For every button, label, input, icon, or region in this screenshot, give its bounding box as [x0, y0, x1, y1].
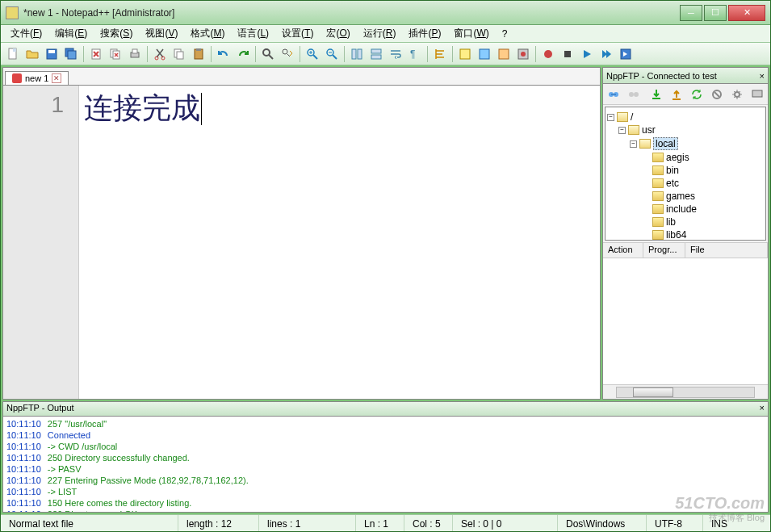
tab-close-icon[interactable]: ✕ [52, 73, 61, 83]
tree-label: aegis [666, 152, 689, 163]
col-action[interactable]: Action [603, 243, 643, 258]
menu-o[interactable]: 宏(O) [320, 25, 356, 42]
svg-rect-40 [752, 90, 762, 97]
zoom-out-button[interactable] [323, 45, 341, 63]
maximize-button[interactable]: ☐ [704, 5, 727, 21]
tree-label: / [631, 111, 633, 123]
editor-body[interactable]: 1 连接完成 [3, 86, 600, 399]
output-body[interactable]: 10:11:10257 "/usr/local"10:11:10Connecte… [3, 417, 768, 512]
text-area[interactable]: 连接完成 [79, 86, 600, 399]
folder-icon [652, 230, 664, 240]
menu-m[interactable]: 格式(M) [184, 25, 231, 42]
menu-f[interactable]: 文件(F) [4, 25, 48, 42]
tree-node[interactable]: games [607, 190, 764, 203]
ftp-messages-button[interactable] [748, 86, 766, 103]
save-macro-button[interactable] [617, 45, 635, 63]
col-progress[interactable]: Progr... [643, 243, 685, 258]
ftp-disconnect-button[interactable] [625, 86, 643, 103]
indent-guide-button[interactable] [431, 45, 449, 63]
close-file-button[interactable] [87, 45, 105, 63]
tree-node[interactable]: include [607, 203, 764, 216]
output-close-icon[interactable]: × [760, 403, 765, 415]
ftp-upload-button[interactable] [668, 86, 685, 103]
menu-p[interactable]: 插件(P) [402, 25, 447, 42]
tree-node[interactable]: etc [607, 177, 764, 190]
tree-node[interactable]: aegis [607, 151, 764, 164]
line-number: 1 [3, 92, 64, 118]
sync-v-button[interactable] [348, 45, 366, 63]
copy-button[interactable] [170, 45, 188, 63]
wrap-button[interactable] [387, 45, 404, 63]
tree-toggle-icon[interactable]: − [630, 140, 637, 148]
folder-icon [628, 125, 639, 135]
svg-text:¶: ¶ [410, 48, 415, 60]
menu-w[interactable]: 窗口(W) [447, 25, 495, 42]
play-multi-button[interactable] [597, 45, 615, 63]
tree-toggle-icon[interactable]: − [618, 127, 626, 134]
open-file-button[interactable] [23, 45, 41, 63]
ftp-scrollbar[interactable] [603, 384, 768, 399]
doc-map-button[interactable] [476, 45, 493, 63]
zoom-in-button[interactable] [304, 45, 321, 63]
menu-l[interactable]: 语言(L) [231, 25, 275, 42]
folder-icon [617, 112, 628, 122]
menu-help[interactable]: ? [496, 27, 514, 41]
stop-macro-button[interactable] [559, 45, 576, 63]
cut-button[interactable] [151, 45, 169, 63]
find-button[interactable] [259, 45, 277, 63]
tree-node[interactable]: −usr [607, 124, 764, 136]
menu-e[interactable]: 编辑(E) [48, 25, 94, 42]
tree-node[interactable]: bin [607, 164, 764, 177]
tree-node[interactable]: −local [607, 136, 764, 151]
ftp-download-button[interactable] [647, 86, 665, 103]
ftp-connect-button[interactable] [605, 86, 622, 103]
play-macro-button[interactable] [578, 45, 596, 63]
tree-node[interactable]: −/ [607, 111, 764, 124]
folder-icon [652, 153, 664, 162]
file-tab[interactable]: new 1 ✕ [5, 71, 69, 85]
ftp-tree[interactable]: −/−usr−localaegisbinetcgamesincludelibli… [605, 107, 766, 241]
menu-r[interactable]: 运行(R) [357, 25, 403, 42]
undo-button[interactable] [215, 45, 233, 63]
replace-button[interactable] [279, 45, 296, 63]
col-file[interactable]: File [685, 243, 768, 258]
log-msg: 250 Directory successfully changed. [48, 452, 190, 463]
folder-icon [652, 191, 664, 201]
close-button[interactable]: ✕ [728, 5, 765, 21]
status-filetype: Normal text file [1, 515, 178, 532]
ftp-settings-button[interactable] [728, 86, 746, 103]
menu-t[interactable]: 设置(T) [275, 25, 320, 42]
status-encoding: UTF-8 [647, 515, 703, 532]
paste-button[interactable] [190, 45, 207, 63]
user-lang-button[interactable] [456, 45, 474, 63]
ftp-refresh-button[interactable] [688, 86, 706, 103]
show-all-chars-button[interactable]: ¶ [406, 45, 424, 63]
close-all-button[interactable] [107, 45, 124, 63]
tree-node[interactable]: lib [607, 216, 764, 228]
new-file-button[interactable] [4, 45, 22, 63]
sync-h-button[interactable] [367, 45, 385, 63]
ftp-close-icon[interactable]: × [760, 71, 765, 81]
save-all-button[interactable] [62, 45, 80, 63]
minimize-button[interactable]: ─ [680, 5, 702, 21]
folder-button[interactable] [514, 45, 532, 63]
log-time: 10:11:10 [6, 452, 41, 463]
editor-pane: new 1 ✕ 1 连接完成 [2, 67, 601, 400]
tree-node[interactable]: lib64 [607, 228, 764, 241]
status-ln: Ln : 1 [356, 515, 404, 532]
menu-v[interactable]: 视图(V) [139, 25, 184, 42]
scroll-thumb[interactable] [633, 387, 673, 397]
tree-toggle-icon[interactable]: − [607, 114, 614, 121]
folder-icon [652, 204, 664, 214]
redo-button[interactable] [234, 45, 252, 63]
record-macro-button[interactable] [539, 45, 557, 63]
app-icon [6, 6, 19, 19]
folder-icon [639, 139, 651, 149]
print-button[interactable] [126, 45, 144, 63]
menu-s[interactable]: 搜索(S) [94, 25, 139, 42]
log-line: 10:11:10226 Directory send OK. [6, 509, 765, 512]
svg-point-17 [263, 49, 270, 56]
ftp-abort-button[interactable] [708, 86, 726, 103]
func-list-button[interactable] [495, 45, 513, 63]
save-button[interactable] [43, 45, 61, 63]
